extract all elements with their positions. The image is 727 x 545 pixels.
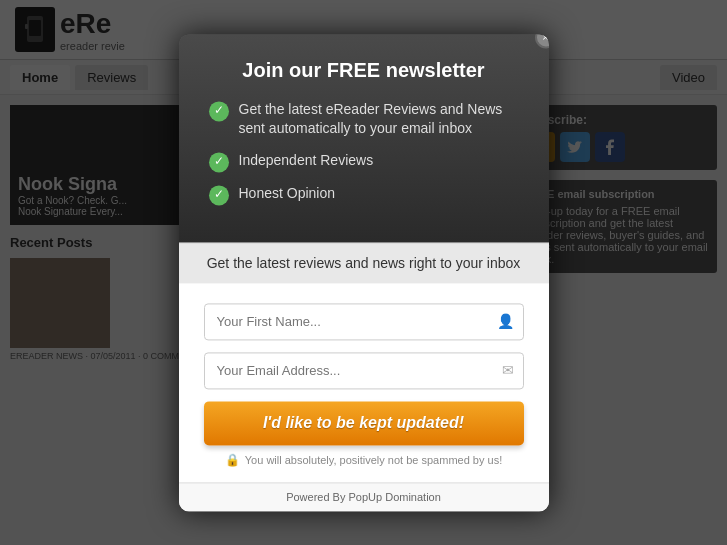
powered-by: Powered By PopUp Domination [179, 482, 549, 511]
newsletter-popup: × Join our FREE newsletter ✓ Get the lat… [179, 34, 549, 511]
first-name-input[interactable] [204, 303, 524, 340]
check-icon-2: ✓ [209, 152, 229, 172]
popup-feature-2: ✓ Independent Reviews [209, 151, 519, 172]
popup-title: Join our FREE newsletter [209, 59, 519, 82]
email-input[interactable] [204, 352, 524, 389]
email-wrap: ✉ [204, 352, 524, 389]
email-icon: ✉ [502, 363, 514, 379]
lock-icon: 🔒 [225, 453, 240, 467]
popup-feature-3-text: Honest Opinion [239, 184, 336, 204]
popup-form: 👤 ✉ I'd like to be kept updated! 🔒 You w… [179, 283, 549, 482]
popup-bottom: Get the latest reviews and news right to… [179, 242, 549, 511]
popup-feature-1: ✓ Get the latest eReader Reviews and New… [209, 100, 519, 139]
popup-feature-2-text: Independent Reviews [239, 151, 374, 171]
check-icon-1: ✓ [209, 101, 229, 121]
first-name-wrap: 👤 [204, 303, 524, 340]
submit-button[interactable]: I'd like to be kept updated! [204, 401, 524, 445]
spam-text: You will absolutely, positively not be s… [245, 454, 502, 466]
person-icon: 👤 [497, 314, 514, 330]
popup-subtitle: Get the latest reviews and news right to… [179, 242, 549, 283]
popup-feature-3: ✓ Honest Opinion [209, 184, 519, 205]
popup-features: ✓ Get the latest eReader Reviews and New… [209, 100, 519, 205]
spam-notice: 🔒 You will absolutely, positively not be… [204, 453, 524, 467]
popup-feature-1-text: Get the latest eReader Reviews and News … [239, 100, 519, 139]
popup-top: × Join our FREE newsletter ✓ Get the lat… [179, 34, 549, 242]
check-icon-3: ✓ [209, 185, 229, 205]
close-button[interactable]: × [535, 34, 549, 48]
